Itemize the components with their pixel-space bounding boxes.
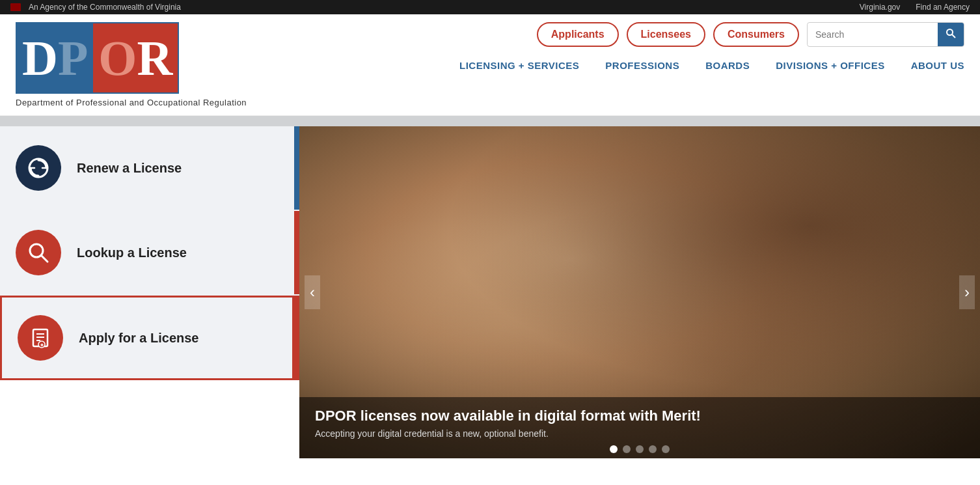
apply-icon-circle: ✦	[18, 315, 63, 361]
sidebar: Renew a License Lookup a License	[0, 126, 299, 458]
logo-o: O	[98, 33, 137, 83]
hero-dot-1[interactable]	[610, 445, 618, 453]
top-bar: An Agency of the Commonwealth of Virgini…	[0, 0, 980, 14]
search-icon	[946, 28, 956, 38]
renew-icon-circle	[16, 145, 61, 191]
logo-r: R	[137, 33, 172, 83]
header: D P O R Department of Professional and O…	[0, 14, 980, 116]
svg-point-0	[947, 29, 953, 35]
agency-label: An Agency of the Commonwealth of Virgini…	[10, 3, 181, 12]
search-button[interactable]	[938, 23, 964, 46]
consumers-button[interactable]: Consumers	[713, 22, 799, 47]
header-right: Applicants Licensees Consumers LICENSING…	[247, 22, 964, 74]
hero-subtitle: Accepting your digital credential is a n…	[315, 428, 964, 439]
logo-tagline: Department of Professional and Occupatio…	[16, 98, 247, 107]
apply-divider	[292, 298, 297, 378]
hero-next-button[interactable]: ›	[959, 275, 975, 309]
apply-label: Apply for a License	[79, 331, 199, 346]
virginia-gov-link[interactable]: Virginia.gov	[860, 3, 900, 12]
logo-red-half: O R	[93, 23, 178, 92]
hero-dot-4[interactable]	[649, 445, 657, 453]
nav-licensing[interactable]: LICENSING + SERVICES	[459, 57, 579, 74]
nav-divisions[interactable]: DIVISIONS + OFFICES	[776, 57, 884, 74]
logo-blue-half: D P	[17, 23, 93, 92]
lookup-label: Lookup a License	[77, 245, 187, 260]
hero-section: ‹ › DPOR licenses now available in digit…	[299, 126, 980, 458]
logo-d: D	[22, 33, 58, 83]
virginia-flag-icon	[10, 3, 21, 11]
lookup-icon-circle	[16, 230, 61, 275]
nav-professions[interactable]: PROFESSIONS	[605, 57, 679, 74]
gray-strip	[0, 116, 980, 126]
svg-line-1	[952, 35, 955, 38]
logo[interactable]: D P O R Department of Professional and O…	[16, 22, 247, 107]
sidebar-apply-item[interactable]: ✦ Apply for a License	[0, 296, 299, 380]
renew-label: Renew a License	[77, 161, 182, 176]
hero-dots	[610, 445, 670, 453]
nav-about[interactable]: ABOUT US	[911, 57, 964, 74]
main-content: Renew a License Lookup a License	[0, 126, 980, 458]
search-box	[807, 22, 964, 47]
licensees-button[interactable]: Licensees	[627, 22, 705, 47]
renew-divider	[294, 126, 299, 210]
renew-icon	[25, 155, 51, 181]
main-nav: LICENSING + SERVICES PROFESSIONS BOARDS …	[459, 57, 964, 74]
sidebar-renew-item[interactable]: Renew a License	[0, 126, 299, 211]
sidebar-lookup-item[interactable]: Lookup a License	[0, 211, 299, 296]
hero-prev-button[interactable]: ‹	[305, 275, 320, 309]
hero-title: DPOR licenses now available in digital f…	[315, 408, 964, 424]
logo-p: P	[58, 33, 88, 83]
lookup-divider	[294, 211, 299, 294]
top-bar-links: Virginia.gov Find an Agency	[860, 3, 970, 12]
agency-text: An Agency of the Commonwealth of Virgini…	[29, 3, 181, 12]
applicants-button[interactable]: Applicants	[537, 22, 619, 47]
hero-dot-5[interactable]	[662, 445, 670, 453]
svg-line-4	[41, 255, 48, 262]
logo-letters: D P O R	[16, 22, 179, 94]
hero-dot-2[interactable]	[623, 445, 631, 453]
nav-boards[interactable]: BOARDS	[705, 57, 750, 74]
header-buttons: Applicants Licensees Consumers	[537, 22, 964, 47]
lookup-icon	[25, 240, 51, 266]
hero-dot-3[interactable]	[636, 445, 644, 453]
search-input[interactable]	[808, 24, 938, 45]
apply-icon: ✦	[27, 325, 53, 351]
find-agency-link[interactable]: Find an Agency	[916, 3, 970, 12]
svg-text:✦: ✦	[40, 342, 44, 348]
